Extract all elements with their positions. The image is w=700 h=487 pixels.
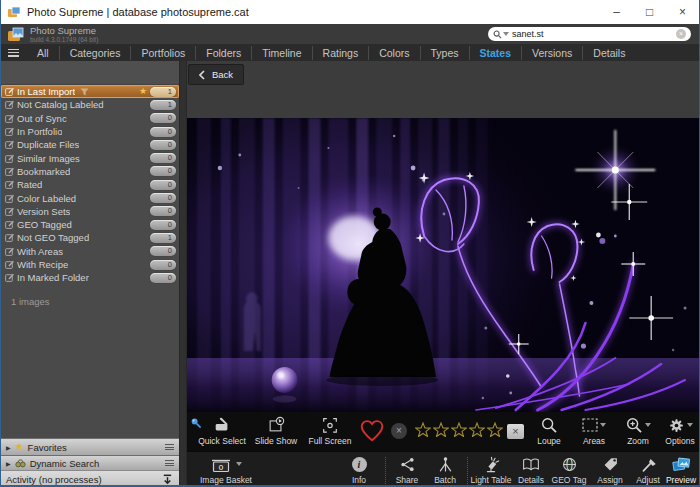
- light-table-label: Light Table: [471, 475, 512, 485]
- back-button[interactable]: Back: [188, 64, 244, 85]
- search-input[interactable]: [512, 28, 673, 40]
- photo-preview[interactable]: [187, 118, 699, 412]
- book-icon: [522, 455, 540, 473]
- tab-all[interactable]: All: [27, 46, 60, 60]
- image-basket-button[interactable]: 0 Image Basket: [191, 455, 261, 485]
- count-badge: 0: [150, 113, 176, 123]
- favorite-heart-icon[interactable]: [359, 418, 385, 446]
- star-icon[interactable]: [487, 422, 503, 441]
- tab-versions[interactable]: Versions: [522, 46, 583, 60]
- share-button[interactable]: Share: [389, 455, 425, 485]
- activity-toggle-icon[interactable]: [161, 473, 174, 486]
- geo-tag-button[interactable]: GEO Tag: [548, 455, 590, 485]
- search-icon[interactable]: [493, 30, 509, 39]
- tab-categories[interactable]: Categories: [60, 46, 132, 60]
- sidebar-item-in-portfolio[interactable]: In Portfolio0: [1, 125, 179, 138]
- count-badge: 1: [150, 87, 176, 97]
- sidebar-item-in-last-import[interactable]: In Last Import★1: [1, 85, 179, 98]
- panel-grip-icon[interactable]: [165, 444, 174, 450]
- details-label: Details: [518, 475, 544, 485]
- loupe-button[interactable]: Loupe: [531, 416, 567, 446]
- sidebar-item-bookmarked[interactable]: Bookmarked0: [1, 165, 179, 178]
- sidebar-item-geo-tagged[interactable]: GEO Tagged0: [1, 218, 179, 231]
- sidebar-item-label: Color Labeled: [17, 193, 76, 204]
- minimize-button[interactable]: –: [600, 0, 633, 24]
- dynamic-search-panel-header[interactable]: ▶ Dynamic Search: [1, 455, 179, 470]
- count-badge: 0: [150, 153, 176, 163]
- star-icon[interactable]: [433, 422, 449, 441]
- batch-label: Batch: [434, 475, 456, 485]
- light-table-button[interactable]: Light Table: [465, 455, 517, 485]
- slide-show-label: Slide Show: [255, 436, 298, 446]
- sidebar-item-label: In Marked Folder: [17, 272, 89, 283]
- sidebar-item-out-of-sync[interactable]: Out of Sync0: [1, 112, 179, 125]
- slide-show-button[interactable]: Slide Show: [249, 416, 303, 446]
- label-edit-icon: [5, 220, 14, 229]
- count-badge: 0: [150, 193, 176, 203]
- tab-folders[interactable]: Folders: [196, 46, 252, 60]
- sidebar-item-in-marked-folder[interactable]: In Marked Folder0: [1, 271, 179, 284]
- details-button[interactable]: Details: [511, 455, 551, 485]
- star-icon[interactable]: [469, 422, 485, 441]
- search-box: ×: [488, 27, 691, 41]
- count-badge: 0: [150, 260, 176, 270]
- star-icon[interactable]: [415, 422, 431, 441]
- batch-button[interactable]: Batch: [427, 455, 463, 485]
- tab-states[interactable]: States: [470, 46, 523, 60]
- close-button[interactable]: ×: [666, 0, 699, 24]
- label-edit-icon: [5, 127, 14, 136]
- zoom-button[interactable]: Zoom: [619, 416, 657, 446]
- activity-label: Activity (no processes): [6, 474, 102, 485]
- tab-colors[interactable]: Colors: [369, 46, 420, 60]
- sidebar-item-not-geo-tagged[interactable]: Not GEO Tagged1: [1, 231, 179, 244]
- info-button[interactable]: i Info: [339, 455, 379, 485]
- options-button[interactable]: Options: [661, 416, 699, 446]
- adjust-label: Adjust: [636, 475, 660, 485]
- assign-label: Assign: [597, 475, 623, 485]
- sidebar: In Last Import★1Not Catalog Labeled1Out …: [1, 61, 179, 487]
- expand-arrow-icon[interactable]: ▶: [6, 460, 11, 467]
- tab-portfolios[interactable]: Portfolios: [131, 46, 196, 60]
- quick-select-button[interactable]: Quick Select: [195, 416, 249, 446]
- tab-ratings[interactable]: Ratings: [313, 46, 370, 60]
- sidebar-item-version-sets[interactable]: Version Sets0: [1, 205, 179, 218]
- preview-button[interactable]: Preview: [663, 455, 699, 485]
- menu-icon[interactable]: [8, 49, 19, 57]
- sidebar-item-with-recipe[interactable]: With Recipe0: [1, 258, 179, 271]
- panel-splitter[interactable]: [179, 61, 187, 487]
- tab-details[interactable]: Details: [583, 46, 635, 60]
- panel-grip-icon[interactable]: [165, 460, 174, 466]
- star-icon[interactable]: [451, 422, 467, 441]
- full-screen-button[interactable]: Full Screen: [303, 416, 357, 446]
- sidebar-item-duplicate-files[interactable]: Duplicate Files0: [1, 138, 179, 151]
- sidebar-item-similar-images[interactable]: Similar Images0: [1, 151, 179, 164]
- favorites-panel-header[interactable]: ▶ ★ Favorites: [1, 438, 179, 455]
- tab-types[interactable]: Types: [421, 46, 470, 60]
- chevron-left-icon: [199, 70, 205, 80]
- tag-icon: [602, 455, 619, 473]
- svg-text:0: 0: [219, 462, 224, 471]
- sidebar-item-with-areas[interactable]: With Areas0: [1, 245, 179, 258]
- search-clear-icon[interactable]: ×: [676, 29, 686, 39]
- clear-rating-button[interactable]: ×: [507, 424, 524, 439]
- app-header: Photo Supreme build 4.3.0.1749 (64 bit) …: [1, 24, 699, 44]
- areas-button[interactable]: Areas: [575, 416, 613, 446]
- sidebar-item-label: With Areas: [17, 246, 63, 257]
- chevron-down-icon: [236, 462, 242, 466]
- clear-favorite-icon[interactable]: ×: [391, 423, 407, 439]
- assign-button[interactable]: Assign: [590, 455, 630, 485]
- label-edit-icon: [5, 100, 14, 109]
- toolbar-separator: [385, 457, 386, 484]
- adjust-button[interactable]: Adjust: [628, 455, 668, 485]
- sidebar-item-rated[interactable]: Rated0: [1, 178, 179, 191]
- maximize-button[interactable]: □: [633, 0, 666, 24]
- tab-bar: AllCategoriesPortfoliosFoldersTimelineRa…: [1, 44, 699, 61]
- tab-timeline[interactable]: Timeline: [252, 46, 312, 60]
- preview-photos-icon: [671, 455, 691, 473]
- sidebar-item-color-labeled[interactable]: Color Labeled0: [1, 191, 179, 204]
- share-icon: [399, 455, 416, 473]
- sidebar-item-not-catalog-labeled[interactable]: Not Catalog Labeled1: [1, 98, 179, 111]
- areas-label: Areas: [583, 436, 605, 446]
- expand-arrow-icon[interactable]: ▶: [6, 444, 11, 451]
- activity-bar[interactable]: Activity (no processes): [1, 470, 179, 487]
